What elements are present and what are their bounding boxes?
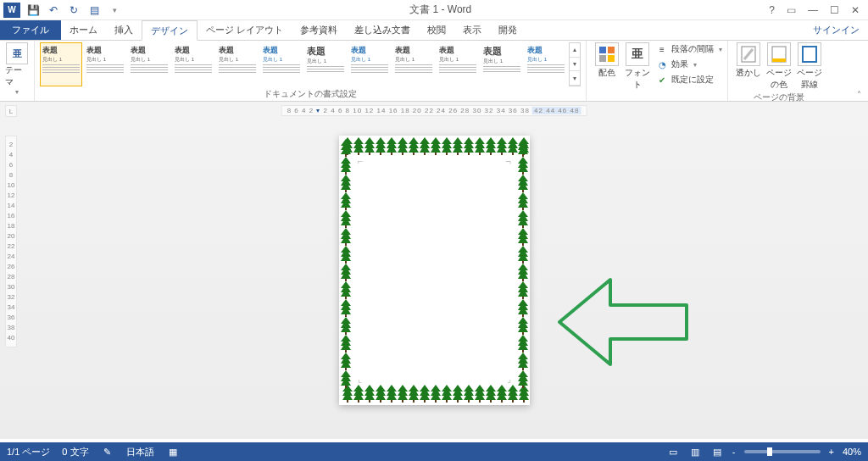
group-document-formatting: 表題 見出し 1 表題見出し 1 表題見出し 1 表題見出し 1 表題見出し 1…	[35, 41, 587, 101]
svg-marker-11	[559, 280, 687, 364]
style-set-item[interactable]: 表題見出し 1	[172, 42, 214, 86]
colors-icon	[595, 42, 619, 66]
tab-view[interactable]: 表示	[454, 20, 490, 40]
status-word-count[interactable]: 0 文字	[62, 446, 88, 458]
quick-access-toolbar: 💾 ↶ ↻ ▤ ▾	[24, 4, 120, 16]
gallery-down-icon: ▾	[570, 58, 580, 72]
ribbon: 亜 テーマ ▾ 表題 見出し 1 表題見出し 1 表題見出し 1 表題見出し 1…	[0, 41, 868, 102]
window-controls: ? ▭ — ☐ ✕	[760, 4, 868, 16]
svg-rect-2	[599, 55, 606, 62]
zoom-out-button[interactable]: -	[732, 447, 736, 457]
group-formatting-options: 配色 亜 フォント ≡段落の間隔▾ ◔効果▾ ✔既定に設定	[587, 41, 728, 101]
checkmark-icon: ✔	[656, 75, 668, 85]
tab-file[interactable]: ファイル	[0, 20, 61, 40]
horizontal-ruler[interactable]: 8 6 4 2 ▾ 2 4 6 8 10 12 14 16 18 20 22 2…	[281, 105, 587, 116]
proofing-icon[interactable]: ✎	[101, 446, 114, 458]
status-page[interactable]: 1/1 ページ	[7, 446, 50, 458]
colors-button[interactable]: 配色	[592, 42, 622, 79]
tab-page-layout[interactable]: ページ レイアウト	[198, 20, 292, 40]
zoom-in-button[interactable]: +	[829, 447, 834, 457]
group-themes: 亜 テーマ ▾	[0, 41, 35, 101]
gallery-up-icon: ▴	[570, 43, 580, 58]
view-read-icon[interactable]: ▭	[666, 446, 680, 458]
page-borders-button[interactable]: ページ罫線	[794, 42, 825, 91]
style-set-item[interactable]: 表題見出し 1	[525, 42, 567, 86]
tab-design[interactable]: デザイン	[142, 20, 198, 41]
spacing-icon: ≡	[656, 44, 668, 54]
chevron-down-icon: ▾	[15, 88, 19, 96]
page-color-button[interactable]: ページの色	[764, 42, 794, 91]
maximize-icon[interactable]: ☐	[830, 4, 839, 16]
style-set-item[interactable]: 表題見出し 1	[260, 42, 303, 86]
watermark-button[interactable]: 透かし	[733, 42, 764, 79]
document-title: 文書 1 - Word	[120, 3, 760, 17]
effects-button[interactable]: ◔効果▾	[656, 58, 722, 71]
save-icon[interactable]: 💾	[27, 4, 39, 16]
tab-home[interactable]: ホーム	[61, 20, 106, 40]
annotation-arrow	[551, 271, 695, 373]
group-page-background: 透かし ページの色 ページ罫線 ページの背景	[728, 41, 830, 101]
gallery-expand-icon: ▾	[570, 71, 580, 86]
style-set-item[interactable]: 表題 見出し 1	[40, 42, 82, 86]
undo-icon[interactable]: ↶	[47, 4, 59, 16]
style-set-item[interactable]: 表題見出し 1	[304, 42, 347, 86]
chevron-down-icon: ▾	[693, 61, 697, 69]
page-borders-icon	[798, 42, 821, 66]
style-set-gallery: 表題 見出し 1 表題見出し 1 表題見出し 1 表題見出し 1 表題見出し 1…	[40, 42, 581, 86]
page-borders-label: ページ罫線	[794, 67, 825, 91]
set-default-button[interactable]: ✔既定に設定	[656, 73, 722, 86]
view-web-icon[interactable]: ▤	[710, 446, 724, 458]
paragraph-spacing-button[interactable]: ≡段落の間隔▾	[656, 42, 722, 56]
page-color-label: ページの色	[764, 67, 794, 91]
title-bar: W 💾 ↶ ↻ ▤ ▾ 文書 1 - Word ? ▭ — ☐ ✕	[0, 0, 868, 20]
watermark-label: 透かし	[736, 67, 761, 79]
document-area[interactable]: L 8 6 4 2 ▾ 2 4 6 8 10 12 14 16 18 20 22…	[0, 102, 868, 439]
effects-icon: ◔	[656, 59, 668, 69]
style-title: 表題	[42, 45, 80, 56]
macro-record-icon[interactable]: ▦	[166, 446, 180, 458]
style-set-item[interactable]: 表題見出し 1	[437, 42, 479, 86]
redo-icon[interactable]: ↻	[68, 4, 80, 16]
tab-mailings[interactable]: 差し込み文書	[346, 20, 419, 40]
tab-insert[interactable]: 挿入	[106, 20, 142, 40]
style-set-item[interactable]: 表題見出し 1	[128, 42, 170, 86]
fonts-icon: 亜	[626, 42, 649, 66]
group-label: ドキュメントの書式設定	[40, 87, 581, 100]
newdoc-icon[interactable]: ▤	[88, 4, 100, 16]
page-border-art	[339, 136, 530, 405]
ruler-corner[interactable]: L	[5, 105, 17, 117]
document-page[interactable]: ⌐ ¬ ⌞ ⌟	[339, 136, 530, 405]
tab-review[interactable]: 校閲	[419, 20, 454, 40]
style-set-item[interactable]: 表題見出し 1	[216, 42, 259, 86]
zoom-slider[interactable]	[744, 450, 821, 453]
status-language[interactable]: 日本語	[126, 446, 154, 458]
fonts-button[interactable]: 亜 フォント	[622, 42, 653, 91]
sign-in-link[interactable]: サインイン	[804, 20, 868, 40]
zoom-level[interactable]: 40%	[843, 447, 861, 457]
themes-label: テーマ	[5, 64, 29, 88]
close-icon[interactable]: ✕	[851, 4, 860, 16]
help-icon[interactable]: ?	[769, 4, 775, 16]
style-set-item[interactable]: 表題見出し 1	[348, 42, 391, 86]
fonts-label: フォント	[622, 67, 653, 91]
themes-button[interactable]: 亜 テーマ ▾	[5, 42, 29, 96]
style-set-item[interactable]: 表題見出し 1	[392, 42, 435, 86]
chevron-down-icon: ▾	[719, 46, 722, 53]
qat-more-icon[interactable]: ▾	[108, 4, 120, 16]
minimize-icon[interactable]: —	[808, 4, 818, 16]
zoom-thumb[interactable]	[767, 447, 772, 456]
svg-rect-0	[599, 47, 606, 53]
style-set-item[interactable]: 表題見出し 1	[84, 42, 126, 86]
vertical-ruler[interactable]: 246810121416182022242628303234363840	[5, 136, 17, 347]
view-print-icon[interactable]: ▥	[688, 446, 702, 458]
ribbon-display-options-icon[interactable]: ▭	[787, 4, 796, 16]
style-set-item[interactable]: 表題見出し 1	[481, 42, 523, 86]
collapse-ribbon-icon[interactable]: ˄	[857, 90, 861, 99]
gallery-more-button[interactable]: ▴▾▾	[569, 42, 581, 86]
themes-icon: 亜	[6, 42, 28, 64]
svg-rect-7	[772, 58, 786, 62]
watermark-icon	[737, 42, 760, 66]
tab-developer[interactable]: 開発	[490, 20, 526, 40]
tab-references[interactable]: 参考資料	[292, 20, 346, 40]
status-bar: 1/1 ページ 0 文字 ✎ 日本語 ▦ ▭ ▥ ▤ - + 40%	[0, 442, 868, 461]
